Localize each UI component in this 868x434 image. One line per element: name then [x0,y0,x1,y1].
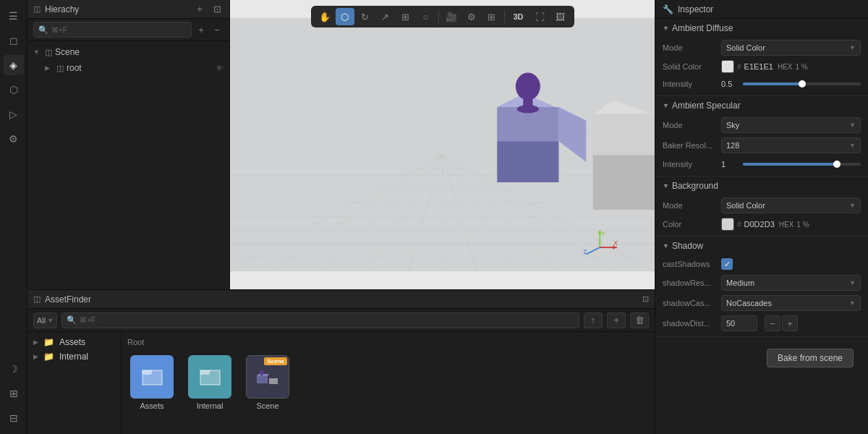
svg-rect-41 [269,378,278,384]
sidebar-materials-btn[interactable]: ⬡ [4,80,24,100]
sidebar-scene-btn[interactable]: ◈ [4,55,24,75]
hierarchy-add-btn[interactable]: + [193,3,206,16]
ambient-diffuse-fill [743,82,802,85]
asset-item-internal[interactable]: Internal [185,352,234,413]
svg-rect-39 [257,376,268,383]
root-label: root [67,63,213,73]
shadow-cas-label: shadowCas... [663,299,717,307]
ambient-specular-baker-dropdown[interactable]: 128 ▼ [721,137,861,153]
filter-arrow: ▼ [47,317,54,324]
shadow-dist-label: shadowDist... [663,319,717,328]
viewport[interactable]: ✋ ⬡ ↻ ↗ ⊞ ○ 🎥 ⚙ ⊞ 3D ⛶ 🖼 [230,0,655,289]
hierarchy-search-box[interactable]: 🔍 ⌘+F [33,22,192,38]
asset-item-scene[interactable]: Scene [243,352,292,413]
tree-arrow-root: ▶ [45,64,54,72]
sidebar-collapse-btn[interactable]: ⊟ [4,408,24,428]
ambient-diffuse-header[interactable]: ▼ Ambient Diffuse [655,19,868,38]
svg-marker-20 [497,141,558,182]
asset-search-icon: 🔍 [67,315,77,325]
background-hex[interactable]: D0D2D3 [744,220,775,229]
root-icon: ◫ [56,64,64,73]
svg-marker-27 [593,114,655,155]
ambient-specular-baker-label: Baker Resol... [663,141,717,150]
ambient-diffuse-dropdown-arrow: ▼ [849,44,856,51]
tool-rotate[interactable]: ↻ [356,8,375,25]
ambient-specular-track[interactable] [743,163,861,166]
tool-camera[interactable]: 🎥 [442,8,461,25]
ambient-diffuse-swatch[interactable] [721,60,734,73]
background-color-label: Color [663,220,717,229]
asset-grid: Root Assets [122,332,655,434]
asset-delete-btn[interactable]: 🗑 [630,312,649,328]
shadow-cas-value: NoCascades [726,299,772,307]
ambient-diffuse-intensity-value: 0.5 [721,80,739,88]
shadow-label: Shadow [672,241,703,251]
sidebar-moon-btn[interactable]: ☽ [4,359,24,379]
tool-maximize[interactable]: ⛶ [531,8,550,25]
ambient-diffuse-track[interactable] [743,82,861,85]
shadow-res-dropdown[interactable]: Medium ▼ [721,275,861,291]
tool-grid[interactable]: ⊞ [482,8,501,25]
shadow-cas-dropdown[interactable]: NoCascades ▼ [721,295,861,311]
ambient-specular-mode-dropdown[interactable]: Sky ▼ [721,117,861,133]
hierarchy-expand-btn[interactable]: ⊡ [210,3,224,16]
ambient-specular-slider: 1 [721,160,861,169]
tool-move[interactable]: ↗ [376,8,395,25]
shadow-dist-plus[interactable]: + [782,315,798,331]
ambient-specular-fill [743,163,837,166]
tool-scale[interactable]: ⊞ [396,8,415,25]
asset-filter-select[interactable]: All ▼ [33,312,57,328]
assets-item-label: Assets [140,401,163,410]
asset-finder: ◫ AssetFinder ⊡ All ▼ 🔍 ⌘+F ↑ + 🗑 [27,289,655,434]
tool-3d[interactable]: 3D [508,8,529,25]
cast-shadows-checkbox[interactable]: ✓ [721,258,733,270]
ambient-diffuse-color-input: # E1E1E1 HEX 1 % [721,60,861,73]
ambient-specular-header[interactable]: ▼ Ambient Specular [655,96,868,115]
hierarchy-filter-btn[interactable]: + [195,23,208,36]
tool-orbit[interactable]: ○ [417,8,435,25]
tree-item-scene[interactable]: ▼ ◫ Scene [27,44,229,60]
tool-settings[interactable]: ⚙ [462,8,481,25]
background-header[interactable]: ▼ Background [655,176,868,195]
tool-select[interactable]: ⬡ [336,8,354,25]
sidebar-animation-btn[interactable]: ▷ [4,104,24,124]
asset-add-btn[interactable]: + [607,312,626,328]
asset-finder-title: AssetFinder [45,294,638,305]
shadow-section: ▼ Shadow castShadows ✓ shadowRes... Medi… [655,237,868,337]
background-mode-dropdown[interactable]: Solid Color ▼ [721,197,861,213]
shadow-cast-row: castShadows ✓ [655,255,868,273]
asset-item-assets[interactable]: Assets [127,352,176,413]
asset-search-box[interactable]: 🔍 ⌘+F [61,312,579,328]
asset-tree-internal[interactable]: ▶ 📁 Internal [27,349,121,364]
sidebar-translate-btn[interactable]: ⊞ [4,383,24,404]
background-swatch[interactable] [721,218,734,231]
svg-point-25 [517,105,539,113]
hierarchy-minus-btn[interactable]: − [210,23,224,36]
main-layout: ☰ ◻ ◈ ⬡ ▷ ⚙ ☽ ⊞ ⊟ ◫ Hierachy + ⊡ [0,0,868,434]
tree-item-root[interactable]: ▶ ◫ root 👁 [27,60,229,76]
asset-tree-assets[interactable]: ▶ 📁 Assets [27,335,121,349]
asset-finder-expand[interactable]: ⊡ [642,294,649,304]
ambient-specular-baker-arrow: ▼ [849,142,856,149]
toolbar-divider-1 [438,10,439,23]
shadow-dist-minus[interactable]: − [765,315,780,331]
asset-toolbar: All ▼ 🔍 ⌘+F ↑ + 🗑 [27,309,655,332]
shadow-cas-arrow: ▼ [849,299,856,307]
tool-photo[interactable]: 🖼 [551,8,570,25]
assets-folder-icon: 📁 [43,337,54,347]
shadow-header[interactable]: ▼ Shadow [655,237,868,255]
shadow-res-row: shadowRes... Medium ▼ [655,273,868,293]
tool-hand[interactable]: ✋ [315,8,334,25]
ambient-diffuse-hex[interactable]: E1E1E1 [744,62,773,71]
bake-from-scene-button[interactable]: Bake from scene [767,349,854,367]
ambient-diffuse-mode-dropdown[interactable]: Solid Color ▼ [721,40,861,56]
ambient-specular-mode-value: Sky [726,121,739,129]
visibility-icon[interactable]: 👁 [216,64,224,72]
sidebar-menu-btn[interactable]: ☰ [4,6,24,26]
inspector-icon: 🔧 [663,4,673,14]
ambient-diffuse-color-row: Solid Color # E1E1E1 HEX 1 % [655,58,868,75]
sidebar-settings-btn[interactable]: ⚙ [4,129,24,149]
asset-upload-btn[interactable]: ↑ [584,312,603,328]
sidebar-objects-btn[interactable]: ◻ [4,30,24,51]
shadow-dist-input[interactable]: 50 [721,315,757,331]
